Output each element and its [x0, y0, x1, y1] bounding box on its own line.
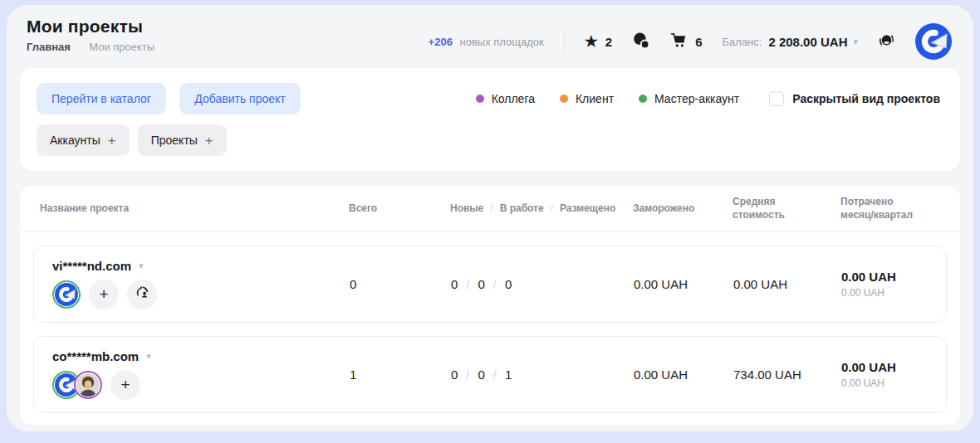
title-block: Мои проекты Главная · Мои проекты — [27, 17, 154, 53]
spent-quarter: 0.00 UAH — [841, 287, 928, 299]
project-row: co*****mb.com ▾ — [33, 336, 947, 413]
new-platforms-label: новых площадок — [460, 36, 544, 48]
new-platforms-count: +206 — [429, 36, 453, 48]
balance-value: 2 208.00 UAH — [768, 35, 847, 49]
user-transfer-icon — [135, 285, 150, 304]
spent-month: 0.00 UAH — [841, 360, 928, 374]
project-avatars: + — [52, 280, 350, 309]
value-separator: / — [493, 368, 497, 382]
topbar-actions: +206 новых площадок ★ 2 — [429, 17, 952, 60]
legend-label: Мастер-аккаунт — [654, 92, 739, 105]
favorites-button[interactable]: ★ 2 — [585, 34, 612, 49]
frozen-cell: 0.00 UAH — [634, 368, 733, 382]
total-cell: 1 — [350, 368, 451, 382]
plus-icon: + — [205, 134, 213, 148]
toolbar-bottom-row: Аккаунты + Проекты + — [37, 124, 943, 156]
total-cell: 0 — [350, 277, 451, 291]
column-header-placed: Размещено — [560, 202, 615, 216]
collaborator-logo-icon — [55, 283, 78, 306]
avg-cost-line2: стоимость — [733, 209, 840, 222]
add-member-button[interactable]: + — [110, 370, 140, 400]
spent-month: 0.00 UAH — [841, 270, 928, 284]
top-header: Мои проекты Главная · Мои проекты +206 н… — [7, 5, 973, 66]
project-name-cell: vi*****nd.com ▾ + — [52, 259, 350, 309]
column-header-total: Всего — [349, 202, 450, 216]
legend-item-client: Клиент — [560, 92, 614, 105]
new-platforms-link[interactable]: +206 новых площадок — [429, 36, 544, 48]
chevron-down-icon: ▾ — [853, 37, 858, 46]
new-count: 0 — [451, 368, 458, 382]
collaborator-logo-icon — [915, 23, 952, 60]
breadcrumb-separator: · — [78, 41, 81, 53]
cart-button[interactable]: 6 — [670, 32, 702, 51]
status-cell: 0 / 0 / 1 — [451, 368, 634, 382]
value-separator: / — [493, 277, 497, 291]
go-to-catalog-button[interactable]: Перейти в каталог — [37, 83, 166, 114]
plus-icon: + — [108, 134, 116, 148]
add-project-button[interactable]: Добавить проект — [179, 83, 300, 114]
placed-count: 0 — [505, 277, 512, 291]
legend-item-colleague: Коллега — [476, 92, 535, 105]
chat-button[interactable] — [632, 32, 650, 52]
project-name: vi*****nd.com — [52, 259, 131, 273]
table-header-row: Название проекта Всего Новые / В работе … — [20, 186, 960, 232]
accounts-dropdown-button[interactable]: Аккаунты + — [37, 124, 130, 156]
account-switch-button[interactable] — [878, 32, 895, 51]
in-progress-count: 0 — [478, 277, 485, 291]
legend-and-view-toggle: Коллега Клиент Мастер-аккаунт Раскрытый … — [476, 91, 943, 106]
colleague-avatar[interactable] — [74, 371, 102, 399]
breadcrumb: Главная · Мои проекты — [27, 41, 154, 53]
breadcrumb-current: Мои проекты — [89, 41, 154, 53]
favorites-count: 2 — [605, 35, 612, 49]
legend-label: Коллега — [492, 92, 535, 105]
header-separator: / — [551, 202, 553, 216]
cart-icon — [670, 32, 688, 51]
balance-label: Баланс: — [723, 36, 762, 48]
column-header-status-group: Новые / В работе / Размещено — [450, 202, 633, 216]
avg-cost-cell: 0.00 UAH — [733, 277, 841, 291]
star-icon: ★ — [585, 34, 598, 49]
column-header-in-progress: В работе — [500, 202, 544, 216]
frozen-cell: 0.00 UAH — [634, 277, 733, 291]
column-header-new: Новые — [450, 202, 483, 216]
legend-label: Клиент — [576, 92, 614, 105]
spent-cell: 0.00 UAH 0.00 UAH — [841, 360, 928, 389]
project-name-dropdown[interactable]: co*****mb.com ▾ — [52, 349, 151, 363]
column-header-name: Название проекта — [40, 202, 349, 216]
chat-icon — [632, 32, 650, 52]
breadcrumb-home[interactable]: Главная — [27, 41, 71, 53]
in-progress-count: 0 — [478, 368, 485, 382]
colleague-dot-icon — [476, 95, 484, 103]
column-header-frozen: Заморожено — [633, 202, 733, 216]
column-header-spent: Потрачено месяц/квартал — [840, 196, 940, 222]
projects-dropdown-button[interactable]: Проекты + — [138, 124, 227, 156]
page-title: Мои проекты — [27, 17, 154, 37]
project-name-dropdown[interactable]: vi*****nd.com ▾ — [52, 259, 144, 273]
add-member-button[interactable]: + — [89, 280, 119, 309]
column-header-avg-cost: Средняя стоимость — [733, 196, 840, 222]
transfer-project-button[interactable] — [127, 280, 157, 309]
accounts-label: Аккаунты — [50, 134, 100, 147]
spent-line2: месяц/квартал — [840, 209, 940, 222]
app-logo[interactable] — [915, 23, 952, 60]
header-divider — [564, 31, 565, 52]
expanded-view-checkbox[interactable] — [769, 91, 784, 106]
project-row: vi*****nd.com ▾ + — [33, 246, 947, 323]
spent-line1: Потрачено — [840, 196, 940, 209]
project-name-cell: co*****mb.com ▾ — [52, 349, 350, 400]
avg-cost-line1: Средняя — [733, 196, 840, 209]
spent-quarter: 0.00 UAH — [841, 377, 928, 389]
main-container: Мои проекты Главная · Мои проекты +206 н… — [7, 5, 973, 431]
value-separator: / — [466, 368, 469, 382]
avg-cost-cell: 734.00 UAH — [733, 368, 841, 382]
placed-count: 1 — [505, 368, 512, 382]
chevron-down-icon: ▾ — [139, 261, 144, 270]
chevron-down-icon: ▾ — [146, 352, 151, 361]
project-name: co*****mb.com — [52, 349, 139, 363]
balance-dropdown[interactable]: Баланс: 2 208.00 UAH ▾ — [723, 35, 858, 49]
user-photo-icon — [76, 373, 100, 397]
projects-table: Название проекта Всего Новые / В работе … — [20, 186, 960, 425]
expanded-view-label: Раскрытый вид проектов — [792, 92, 940, 105]
master-account-avatar[interactable] — [52, 280, 81, 309]
cart-count: 6 — [695, 35, 702, 49]
